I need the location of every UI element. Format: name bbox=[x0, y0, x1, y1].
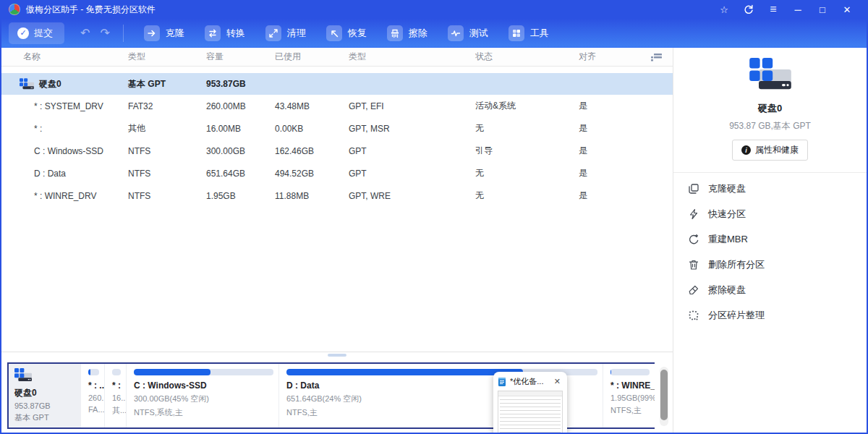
preview-title: *优化备... bbox=[510, 376, 548, 387]
action-delete-all-partitions[interactable]: 删除所有分区 bbox=[673, 252, 867, 277]
undo-button[interactable]: ↶ bbox=[80, 26, 90, 40]
action-defragment[interactable]: 分区碎片整理 bbox=[673, 302, 867, 328]
partition-name: * : WINRE_DRV bbox=[1, 191, 128, 201]
favorite-star-icon[interactable]: ☆ bbox=[712, 0, 736, 19]
col-status[interactable]: 状态 bbox=[475, 51, 579, 63]
col-used[interactable]: 已使用 bbox=[275, 51, 349, 63]
partition-aligned: 是 bbox=[579, 167, 644, 179]
properties-label: 属性和健康 bbox=[755, 144, 799, 156]
table-row[interactable]: * : SYSTEM_DRV FAT32 260.00MB 43.48MB GP… bbox=[1, 95, 673, 117]
partition-used: 494.52GB bbox=[275, 169, 349, 179]
window-title: 傲梅分区助手 - 免费无损分区软件 bbox=[26, 4, 156, 16]
partition-status: 无 bbox=[475, 167, 579, 179]
partition-type: GPT, WRE bbox=[349, 191, 475, 201]
partition-fs: NTFS bbox=[128, 169, 206, 179]
action-label: 分区碎片整理 bbox=[708, 309, 765, 322]
partition-aligned: 是 bbox=[579, 190, 644, 202]
menu-icon[interactable]: ≡ bbox=[761, 0, 786, 19]
action-quick-partition[interactable]: 快速分区 bbox=[673, 201, 867, 226]
toolbar-item-recover[interactable]: 恢复 bbox=[316, 19, 377, 48]
taskbar-preview-popup[interactable]: *优化备... ✕ bbox=[493, 372, 567, 434]
usage-bar bbox=[134, 369, 273, 375]
toolbar-item-clean[interactable]: 清理 bbox=[255, 19, 316, 48]
scrollbar-thumb[interactable] bbox=[660, 370, 668, 420]
toolbar-label: 恢复 bbox=[348, 27, 367, 40]
col-type[interactable]: 类型 bbox=[128, 51, 206, 63]
disk-name: 硬盘0 bbox=[39, 78, 61, 90]
partition-capacity: 260.00MB bbox=[206, 101, 275, 111]
disk0-map-header[interactable]: 硬盘0 953.87GB 基本 GPT bbox=[9, 364, 81, 427]
refresh-icon[interactable] bbox=[736, 0, 761, 19]
trash-icon bbox=[688, 259, 699, 271]
recover-arrow-icon bbox=[326, 25, 342, 41]
partition-status: 无 bbox=[475, 122, 579, 135]
submit-button[interactable]: ✓ 提交 bbox=[9, 22, 64, 44]
app-window: 傲梅分区助手 - 免费无损分区软件 ☆ ≡ ─ □ ✕ ✓ 提交 ↶ ↷ 克隆 bbox=[0, 0, 868, 434]
convert-arrows-icon bbox=[205, 25, 221, 41]
map-partition[interactable]: C : Windows-SSD 300.00GB(45% 空闲) NTFS,系统… bbox=[129, 364, 279, 427]
eraser-icon bbox=[688, 284, 699, 296]
map-partition[interactable]: * : WINRE_... 1.95GB(99%... NTFS,主 bbox=[605, 364, 655, 427]
toolbar-item-erase[interactable]: 擦除 bbox=[377, 19, 438, 48]
map-partition[interactable]: * : 16.... 其... bbox=[107, 364, 127, 427]
clone-arrow-icon bbox=[144, 25, 160, 41]
usage-bar bbox=[610, 369, 650, 375]
disk-capacity: 953.87GB bbox=[206, 79, 275, 89]
map-partition[interactable]: * : ... 260... FA... bbox=[83, 364, 105, 427]
layout-list-icon[interactable] bbox=[644, 53, 673, 61]
toolbar-item-test[interactable]: 测试 bbox=[438, 19, 498, 48]
defrag-dots-icon bbox=[688, 310, 699, 321]
shredder-icon bbox=[387, 25, 403, 41]
toolbar-item-clone[interactable]: 克隆 bbox=[134, 19, 195, 48]
submit-label: 提交 bbox=[34, 27, 53, 40]
partition-type: GPT bbox=[349, 169, 475, 179]
action-label: 删除所有分区 bbox=[708, 258, 765, 271]
table-row[interactable]: C : Windows-SSD NTFS 300.00GB 162.46GB G… bbox=[1, 140, 673, 162]
rebuild-mbr-icon bbox=[688, 234, 699, 245]
table-row[interactable]: * : 其他 16.00MB 0.00KB GPT, MSR 无 是 bbox=[1, 117, 673, 140]
partition-capacity: 651.64GB bbox=[206, 169, 275, 179]
partition-aligned: 是 bbox=[579, 100, 644, 112]
vertical-scrollbar[interactable] bbox=[660, 367, 668, 426]
col-name[interactable]: 名称 bbox=[1, 51, 128, 63]
selected-disk-info: 953.87 GB,基本 GPT bbox=[673, 120, 867, 132]
toolbar: ✓ 提交 ↶ ↷ 克隆 转换 清理 恢复 bbox=[1, 19, 867, 48]
toolbar-item-convert[interactable]: 转换 bbox=[195, 19, 255, 48]
resize-grabber[interactable] bbox=[328, 354, 346, 357]
table-row[interactable]: * : WINRE_DRV NTFS 1.95GB 11.88MB GPT, W… bbox=[1, 184, 673, 207]
partition-aligned: 是 bbox=[579, 145, 644, 157]
action-rebuild-mbr[interactable]: 重建MBR bbox=[673, 226, 867, 252]
col-type2[interactable]: 类型 bbox=[349, 51, 475, 63]
partition-capacity: 16.00MB bbox=[206, 124, 275, 134]
toolbar-label: 转换 bbox=[226, 27, 245, 40]
toolbar-item-tools[interactable]: 工具 bbox=[498, 19, 559, 48]
main-panel: 名称 类型 容量 已使用 类型 状态 对齐 硬盘0 基本 GPT bbox=[1, 48, 673, 433]
partition-fs: FAT32 bbox=[128, 101, 206, 111]
close-button[interactable]: ✕ bbox=[835, 0, 859, 19]
table-row-disk0[interactable]: 硬盘0 基本 GPT 953.87GB bbox=[1, 73, 673, 95]
redo-button[interactable]: ↷ bbox=[100, 26, 109, 40]
properties-health-button[interactable]: i 属性和健康 bbox=[732, 140, 808, 161]
check-icon: ✓ bbox=[17, 27, 29, 39]
partition-used: 11.88MB bbox=[275, 191, 349, 201]
partition-name: * : SYSTEM_DRV bbox=[1, 101, 128, 111]
minimize-button[interactable]: ─ bbox=[786, 0, 810, 19]
map-disk-size: 953.87GB bbox=[14, 401, 75, 410]
disk-type: 基本 GPT bbox=[128, 78, 206, 90]
partition-fs: NTFS bbox=[128, 146, 206, 156]
maximize-button[interactable]: □ bbox=[810, 0, 835, 19]
col-aligned[interactable]: 对齐 bbox=[579, 51, 644, 63]
document-thumbnail[interactable] bbox=[498, 391, 563, 434]
action-clone-disk[interactable]: 克隆硬盘 bbox=[673, 176, 867, 201]
table-row[interactable]: D : Data NTFS 651.64GB 494.52GB GPT 无 是 bbox=[1, 162, 673, 184]
partition-status: 无 bbox=[475, 190, 579, 202]
notepad-icon bbox=[498, 377, 506, 387]
partition-fs: NTFS bbox=[128, 191, 206, 201]
preview-close-icon[interactable]: ✕ bbox=[552, 376, 563, 387]
col-capacity[interactable]: 容量 bbox=[206, 51, 275, 63]
sidebar-separator bbox=[673, 172, 867, 173]
usage-bar bbox=[88, 369, 99, 375]
action-wipe-disk[interactable]: 擦除硬盘 bbox=[673, 277, 867, 302]
partition-name: * : bbox=[1, 124, 128, 134]
map-disk-name: 硬盘0 bbox=[14, 387, 75, 399]
